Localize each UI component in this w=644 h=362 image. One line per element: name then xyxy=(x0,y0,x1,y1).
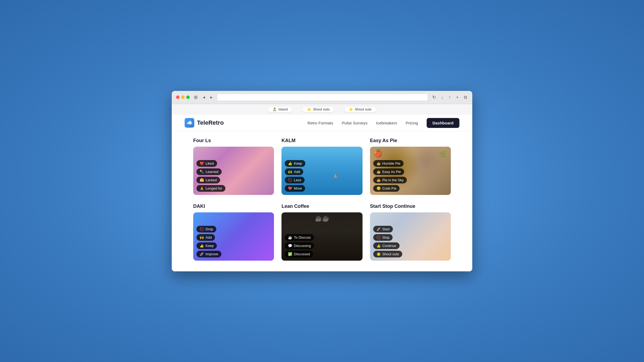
badge-drop: 🚫 Drop xyxy=(196,226,216,232)
logo-icon: ☁️ xyxy=(185,118,194,128)
badge-learned: 🔦 Learned xyxy=(196,168,222,175)
humble-pie-label: Humble Pie xyxy=(382,161,400,165)
keep-label: Keep xyxy=(294,161,302,165)
card-four-ls[interactable]: Four Ls ❤️ Liked 🔦 Learned xyxy=(193,138,274,195)
pie-in-sky-label: Pie in the Sky xyxy=(382,178,404,182)
badge-pie-in-sky: 🥧 Pie in the Sky xyxy=(373,177,407,183)
nav-pulse-surveys[interactable]: Pulse Surveys xyxy=(342,121,368,125)
cutie-pie-label: Cutie Pie xyxy=(382,186,397,190)
page-content: 🏝️ Island ⭐ Shout outs ⭐ Shout outs ☁️ T… xyxy=(172,104,472,271)
easy-as-pie-icon: 🥧 xyxy=(376,170,381,174)
learned-icon: 🔦 xyxy=(200,170,204,174)
discussing-icon: 💬 xyxy=(288,244,292,248)
card-kalm[interactable]: KALM ⛵ 👍 Keep 🙌 Add xyxy=(281,138,362,195)
card-image-daki: 🚫 Drop 🙌 Add 👍 Keep xyxy=(193,212,274,261)
dashboard-button[interactable]: Dashboard xyxy=(427,118,459,128)
longed-for-label: Longed for xyxy=(206,186,222,190)
maximize-button[interactable] xyxy=(186,95,190,99)
more-icon: ❤️ xyxy=(288,186,292,190)
start-label: Start xyxy=(382,227,390,231)
pie-in-sky-icon: 🥧 xyxy=(376,178,381,182)
card-image-lean-coffee: ☕☕ ☕ To Discuss 💬 Discussing ✅ xyxy=(281,212,362,261)
liked-icon: ❤️ xyxy=(200,161,204,165)
less-icon: 🚫 xyxy=(288,178,292,182)
badge-continue: 👍 Continue xyxy=(373,242,400,249)
star-icon-1: ⭐ xyxy=(307,107,311,111)
drop-icon: 🚫 xyxy=(200,227,204,231)
lacked-label: Lacked xyxy=(206,178,217,182)
add-label: Add xyxy=(294,170,300,174)
start-icon: 🚀 xyxy=(376,227,381,231)
add-daki-icon: 🙌 xyxy=(200,235,204,239)
stop-icon: 🚫 xyxy=(376,235,381,239)
card-title-lean-coffee: Lean Coffee xyxy=(281,204,362,209)
badge-to-discuss: ☕ To Discuss xyxy=(285,234,314,241)
minimize-button[interactable] xyxy=(181,95,185,99)
badge-improve: 🚀 Improve xyxy=(196,251,221,257)
badge-lacked: 😤 Lacked xyxy=(196,177,220,183)
card-image-easy-as-pie: 🍎 🌿 🥧 Humble Pie 🥧 Easy As Pie xyxy=(370,147,451,195)
cutie-pie-icon: 😋 xyxy=(376,186,381,190)
keep-icon: 👍 xyxy=(288,161,292,165)
card-image-start-stop: 🚀 Start 🚫 Stop 👍 Continue xyxy=(370,212,451,261)
apple-decoration: 🍎 xyxy=(373,149,383,158)
discussing-label: Discussing xyxy=(294,244,311,248)
top-partial-section: 🏝️ Island ⭐ Shout outs ⭐ Shout outs xyxy=(172,104,472,115)
island-badge: 🏝️ Island xyxy=(268,107,292,112)
address-bar[interactable] xyxy=(217,94,428,101)
traffic-lights xyxy=(176,95,190,99)
shoutouts-label-1: Shout outs xyxy=(313,107,330,111)
badge-add-daki: 🙌 Add xyxy=(196,234,215,241)
card-badges-easy-as-pie: 🥧 Humble Pie 🥧 Easy As Pie 🥧 Pie in the … xyxy=(373,160,407,192)
humble-pie-icon: 🥧 xyxy=(376,161,381,165)
badge-discussing: 💬 Discussing xyxy=(285,242,314,249)
continue-label: Continue xyxy=(382,244,396,248)
close-button[interactable] xyxy=(176,95,180,99)
nav-icebreakers[interactable]: Icebreakers xyxy=(376,121,397,125)
badge-stop: 🚫 Stop xyxy=(373,234,393,241)
sailboat-decoration: ⛵ xyxy=(334,173,338,178)
new-tab-button[interactable]: + xyxy=(455,94,460,100)
nav-pricing[interactable]: Pricing xyxy=(406,121,418,125)
keep-daki-label: Keep xyxy=(206,244,214,248)
retro-cards-grid: Four Ls ❤️ Liked 🔦 Learned xyxy=(193,138,451,261)
card-easy-as-pie[interactable]: Easy As Pie 🍎 🌿 🥧 Humble Pie 🥧 xyxy=(370,138,451,195)
lacked-icon: 😤 xyxy=(200,178,204,182)
improve-label: Improve xyxy=(206,252,218,256)
liked-label: Liked xyxy=(206,161,214,165)
forward-button[interactable]: ▸ xyxy=(209,94,214,100)
card-badges-start-stop: 🚀 Start 🚫 Stop 👍 Continue xyxy=(373,226,402,257)
sidebar-toggle-button[interactable]: ⊞ xyxy=(193,94,199,100)
learned-label: Learned xyxy=(206,170,218,174)
main-content: Four Ls ❤️ Liked 🔦 Learned xyxy=(172,131,472,271)
shout-outs-label: Shout outs xyxy=(382,252,399,256)
card-badges-kalm: 👍 Keep 🙌 Add 🚫 Less xyxy=(285,160,305,192)
card-start-stop-continue[interactable]: Start Stop Continue 🚀 Start 🚫 Stop xyxy=(370,204,451,261)
browser-window: ⊞ ◂ ▸ ↻ ↓ ↑ + ⧉ 🏝️ Island ⭐ Shout outs ⭐… xyxy=(172,91,472,271)
add-daki-label: Add xyxy=(206,235,212,239)
card-image-kalm: ⛵ 👍 Keep 🙌 Add 🚫 xyxy=(281,147,362,195)
discussed-icon: ✅ xyxy=(288,252,292,256)
badge-liked: ❤️ Liked xyxy=(196,160,217,167)
card-lean-coffee[interactable]: Lean Coffee ☕☕ ☕ To Discuss 💬 xyxy=(281,204,362,261)
shoutouts-label-2: Shout outs xyxy=(355,107,371,111)
continue-icon: 👍 xyxy=(376,244,381,248)
keep-daki-icon: 👍 xyxy=(200,244,204,248)
island-label: Island xyxy=(278,107,288,111)
download-button[interactable]: ↓ xyxy=(440,94,444,100)
logo[interactable]: ☁️ TeleRetro xyxy=(185,118,224,128)
drop-label: Drop xyxy=(206,227,213,231)
refresh-button[interactable]: ↻ xyxy=(431,94,437,100)
logo-text: TeleRetro xyxy=(197,119,224,126)
share-button[interactable]: ↑ xyxy=(448,94,452,100)
card-title-four-ls: Four Ls xyxy=(193,138,274,143)
nav-retro-formats[interactable]: Retro Formats xyxy=(308,121,333,125)
card-daki[interactable]: DAKI 🚫 Drop 🙌 Add � xyxy=(193,204,274,261)
card-title-start-stop-continue: Start Stop Continue xyxy=(370,204,451,209)
longed-for-icon: 🙏 xyxy=(200,186,204,190)
window-button[interactable]: ⧉ xyxy=(463,94,468,100)
back-button[interactable]: ◂ xyxy=(202,94,206,100)
badge-less: 🚫 Less xyxy=(285,177,304,183)
card-badges-daki: 🚫 Drop 🙌 Add 👍 Keep xyxy=(196,226,221,257)
nav-links: Retro Formats Pulse Surveys Icebreakers … xyxy=(308,118,459,128)
